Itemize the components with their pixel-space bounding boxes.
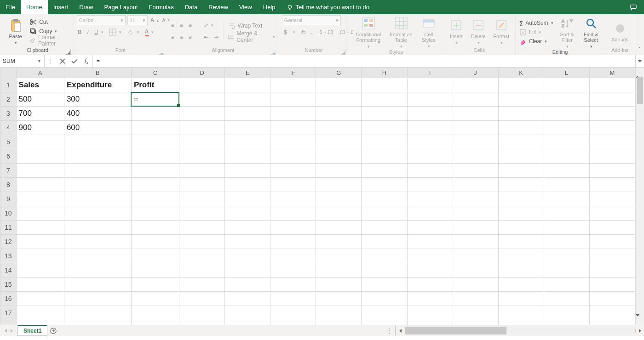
row-header[interactable]: 3 <box>0 107 17 121</box>
cell[interactable] <box>131 292 179 306</box>
cell[interactable] <box>64 164 131 178</box>
cell[interactable] <box>589 235 635 249</box>
dialog-launcher-icon[interactable] <box>65 49 71 55</box>
cell[interactable] <box>64 206 131 221</box>
cell[interactable] <box>362 278 407 292</box>
enter-formula-button[interactable] <box>69 58 80 64</box>
cell[interactable] <box>64 249 131 263</box>
cell[interactable] <box>498 121 544 135</box>
cell[interactable] <box>225 107 270 121</box>
font-color-button[interactable]: A▾ <box>144 28 155 37</box>
clear-button[interactable]: Clear▾ <box>518 37 554 46</box>
cell[interactable] <box>64 320 131 325</box>
cell[interactable] <box>589 121 635 135</box>
cell[interactable] <box>407 107 453 121</box>
expand-formula-bar-button[interactable] <box>635 55 644 67</box>
cell[interactable] <box>453 149 498 164</box>
cell[interactable] <box>407 164 453 178</box>
paste-button[interactable]: Paste ▾ <box>4 17 27 45</box>
cell[interactable] <box>179 221 225 235</box>
autosum-button[interactable]: ∑AutoSum▾ <box>518 18 554 28</box>
cell[interactable] <box>225 121 270 135</box>
row-header[interactable]: 1 <box>0 78 17 92</box>
cell[interactable] <box>453 306 498 320</box>
row-header[interactable]: 12 <box>0 235 17 249</box>
cell[interactable] <box>316 278 362 292</box>
cell[interactable] <box>16 164 64 178</box>
tab-draw[interactable]: Draw <box>74 0 98 14</box>
cell[interactable] <box>544 206 589 221</box>
tab-view[interactable]: View <box>234 0 258 14</box>
cell[interactable] <box>179 263 225 278</box>
cell[interactable] <box>316 221 362 235</box>
cell[interactable]: Sales <box>16 78 64 92</box>
row-header[interactable]: 10 <box>0 206 17 221</box>
column-header[interactable]: E <box>225 68 270 78</box>
cell[interactable] <box>225 192 270 206</box>
cell[interactable] <box>316 306 362 320</box>
sheet-tab-active[interactable]: Sheet1 <box>17 325 47 336</box>
row-header[interactable]: 6 <box>0 149 17 164</box>
cell[interactable] <box>498 192 544 206</box>
cell[interactable] <box>362 235 407 249</box>
cell[interactable] <box>362 92 407 107</box>
cell[interactable] <box>453 249 498 263</box>
cell[interactable] <box>362 78 407 92</box>
cell[interactable] <box>589 107 635 121</box>
cell[interactable] <box>131 107 179 121</box>
cell[interactable] <box>270 320 316 325</box>
cell[interactable] <box>544 121 589 135</box>
cell[interactable] <box>589 192 635 206</box>
tab-split-handle[interactable]: ⋮ <box>384 325 395 336</box>
tell-me-search[interactable]: Tell me what you want to do <box>281 0 375 14</box>
tab-home[interactable]: Home <box>21 0 48 14</box>
cell[interactable] <box>225 278 270 292</box>
increase-font-button[interactable]: A▴ <box>150 16 160 25</box>
cell[interactable] <box>16 192 64 206</box>
cell[interactable] <box>131 278 179 292</box>
cell[interactable] <box>544 278 589 292</box>
cell[interactable] <box>270 192 316 206</box>
vertical-scrollbar[interactable] <box>635 68 644 325</box>
dialog-launcher-icon[interactable] <box>340 49 346 55</box>
cell[interactable] <box>453 92 498 107</box>
cell[interactable] <box>453 278 498 292</box>
fill-color-button[interactable]: ▾ <box>126 28 140 37</box>
row-header[interactable]: 9 <box>0 192 17 206</box>
split-handle[interactable]: ⋮ <box>45 58 57 64</box>
cell[interactable] <box>362 121 407 135</box>
align-left-button[interactable]: ≡ <box>170 33 175 42</box>
cell[interactable] <box>64 292 131 306</box>
scroll-right-button[interactable] <box>635 329 644 333</box>
cell[interactable] <box>453 192 498 206</box>
cell[interactable] <box>316 78 362 92</box>
row-header[interactable]: 5 <box>0 135 17 149</box>
cell[interactable] <box>270 278 316 292</box>
cell[interactable] <box>544 164 589 178</box>
cell[interactable] <box>131 164 179 178</box>
cell[interactable] <box>316 320 362 325</box>
cell[interactable] <box>589 320 635 325</box>
cell[interactable] <box>16 206 64 221</box>
column-header[interactable]: I <box>407 68 453 78</box>
cell[interactable] <box>270 78 316 92</box>
cell[interactable] <box>362 249 407 263</box>
cell[interactable] <box>16 221 64 235</box>
cell[interactable] <box>316 206 362 221</box>
cell[interactable] <box>362 263 407 278</box>
tab-insert[interactable]: Insert <box>48 0 74 14</box>
cell[interactable] <box>407 320 453 325</box>
row-header[interactable]: 4 <box>0 121 17 135</box>
cell[interactable] <box>270 263 316 278</box>
select-all-corner[interactable] <box>0 68 17 78</box>
cell[interactable] <box>16 249 64 263</box>
cell[interactable]: 600 <box>64 121 131 135</box>
row-header[interactable]: 17 <box>0 306 17 320</box>
cell[interactable] <box>362 149 407 164</box>
cell[interactable] <box>407 78 453 92</box>
cell[interactable] <box>131 306 179 320</box>
cell[interactable] <box>270 306 316 320</box>
cell[interactable] <box>498 263 544 278</box>
cell[interactable] <box>498 178 544 192</box>
column-header[interactable]: K <box>498 68 544 78</box>
